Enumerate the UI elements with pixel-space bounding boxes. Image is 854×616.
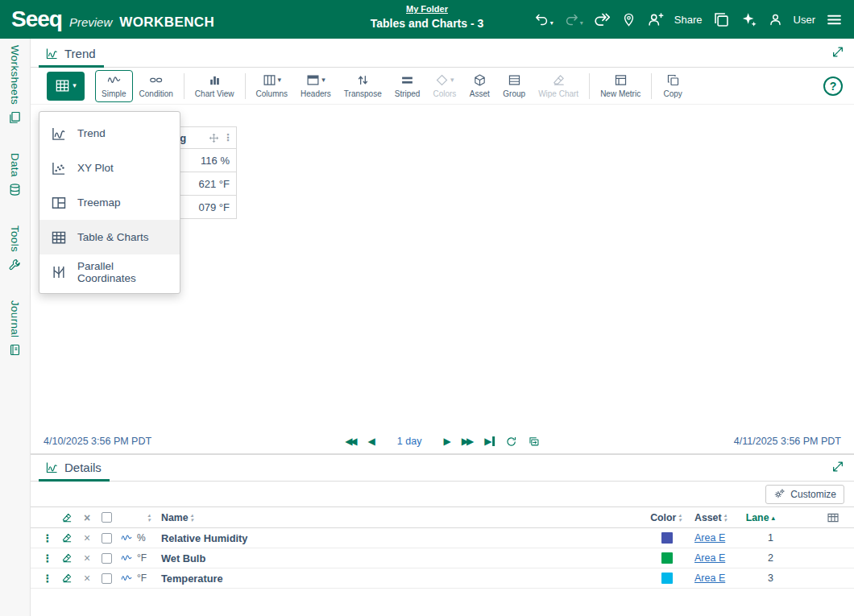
striped-button[interactable]: Striped — [388, 70, 427, 102]
remove-icon[interactable] — [61, 552, 73, 564]
button-label: Chart View — [195, 89, 234, 98]
forward-history-button[interactable] — [594, 11, 611, 28]
worksheets-icon — [8, 110, 22, 124]
column-header-color[interactable]: Color▴▾ — [645, 512, 690, 523]
delete-all-icon[interactable]: × — [77, 511, 97, 524]
color-swatch[interactable] — [661, 532, 673, 544]
step-back-icon[interactable]: ◀ — [368, 436, 375, 446]
user-label[interactable]: User — [794, 14, 815, 26]
range-end-label[interactable]: 4/11/2025 3:56 PM PDT — [734, 436, 841, 447]
view-selector-button[interactable]: ▾ — [47, 72, 85, 101]
asset-link[interactable]: Area E — [690, 573, 725, 584]
row-checkbox[interactable] — [102, 553, 112, 564]
column-header-asset[interactable]: Asset▴▾ — [690, 512, 736, 523]
signal-icon — [120, 532, 133, 544]
row-menu-icon[interactable]: ⋮ — [39, 532, 56, 544]
select-all-checkbox[interactable] — [102, 512, 112, 523]
column-menu-icon[interactable]: ⋮ — [223, 132, 233, 143]
signal-name: Wet Bulb — [161, 552, 645, 564]
duplicate-range-icon[interactable] — [528, 436, 540, 448]
sort-icon[interactable]: ▴▾ — [147, 513, 151, 522]
maximize-trend-button[interactable] — [831, 45, 844, 60]
menu-item-xy-plot[interactable]: XY Plot — [39, 151, 180, 185]
color-swatch[interactable] — [661, 552, 673, 564]
chevron-down-icon[interactable]: ▾ — [580, 19, 583, 27]
headers-button[interactable]: ▾ Headers — [294, 70, 338, 102]
row-checkbox[interactable] — [102, 533, 112, 544]
menu-item-label: Trend — [77, 127, 106, 139]
menu-item-trend[interactable]: Trend — [39, 116, 180, 151]
column-header-lane[interactable]: Lane▴ — [736, 512, 781, 523]
undo-button[interactable]: ▾ — [534, 12, 553, 27]
remove-all-icon[interactable] — [61, 512, 73, 523]
signal-name: Relative Humidity — [161, 532, 645, 544]
move-column-icon[interactable] — [209, 133, 219, 143]
condition-mode-button[interactable]: Condition — [133, 70, 180, 102]
transpose-button[interactable]: Transpose — [338, 70, 388, 102]
row-menu-icon[interactable]: ⋮ — [39, 573, 56, 585]
help-button[interactable]: ? — [823, 76, 843, 96]
remove-icon[interactable] — [61, 532, 73, 544]
range-duration-label[interactable]: 1 day — [397, 436, 422, 447]
column-header-name[interactable]: Name▴▾ — [161, 512, 645, 523]
group-button[interactable]: Group — [496, 70, 532, 102]
delete-icon[interactable]: × — [77, 572, 97, 585]
redo-button[interactable]: ▾ — [564, 12, 583, 27]
refresh-icon[interactable] — [505, 436, 517, 448]
column-settings-icon[interactable] — [827, 511, 839, 524]
sort-icon[interactable]: ▴▾ — [678, 513, 682, 522]
divider — [651, 73, 652, 99]
menu-item-table-charts[interactable]: Table & Charts — [39, 220, 180, 254]
row-checkbox[interactable] — [102, 573, 112, 584]
delete-icon[interactable]: × — [77, 552, 97, 564]
page-back-icon[interactable]: ◀◀ — [345, 436, 357, 446]
menu-item-label: Treemap — [77, 196, 121, 209]
worksheets-overview-button[interactable] — [713, 11, 730, 28]
copy-button[interactable]: Copy — [656, 70, 690, 102]
chevron-down-icon[interactable]: ▾ — [550, 19, 553, 27]
sidebar-item-data[interactable]: Data — [8, 153, 22, 196]
menu-item-label: XY Plot — [77, 162, 114, 174]
page-forward-icon[interactable]: ▶▶ — [462, 436, 474, 446]
sidebar-item-journal[interactable]: Journal — [8, 300, 22, 357]
time-range-bar: 4/10/2025 3:56 PM PDT ◀◀ ◀ 1 day ▶ ▶▶ ▶ … — [31, 429, 854, 453]
sidebar-item-worksheets[interactable]: Worksheets — [8, 45, 22, 124]
skip-to-now-icon[interactable]: ▶ — [484, 436, 495, 446]
delete-icon[interactable]: × — [77, 531, 97, 544]
stripes-icon — [400, 73, 414, 87]
range-start-label[interactable]: 4/10/2025 3:56 PM PDT — [44, 436, 151, 447]
color-swatch[interactable] — [661, 573, 673, 584]
button-label: Group — [503, 89, 525, 98]
sidebar-item-tools[interactable]: Tools — [8, 225, 22, 271]
sort-icon[interactable]: ▴▾ — [191, 513, 194, 522]
remove-icon[interactable] — [61, 573, 73, 584]
ai-assistant-button[interactable] — [740, 11, 757, 28]
simple-mode-button[interactable]: Simple — [95, 70, 133, 102]
hamburger-menu-button[interactable] — [826, 11, 843, 28]
tab-details[interactable]: Details — [39, 457, 110, 482]
view-selector-menu: Trend XY Plot Treemap Table & Charts — [39, 111, 180, 294]
columns-button[interactable]: ▾ Columns — [250, 70, 294, 102]
table-toolbar: ▾ Simple Condition Chart View ▾ — [31, 68, 854, 105]
tab-trend[interactable]: Trend — [39, 43, 104, 68]
row-menu-icon[interactable]: ⋮ — [39, 552, 56, 564]
asset-link[interactable]: Area E — [690, 532, 725, 544]
asset-link[interactable]: Area E — [690, 552, 725, 564]
annotate-location-button[interactable] — [621, 12, 636, 27]
step-forward-icon[interactable]: ▶ — [443, 436, 450, 446]
asset-button[interactable]: Asset — [462, 70, 496, 102]
chart-view-button[interactable]: Chart View — [189, 70, 241, 102]
folder-breadcrumb-link[interactable]: My Folder — [406, 4, 448, 14]
user-menu-button[interactable] — [768, 12, 783, 27]
share-button[interactable] — [647, 11, 664, 28]
menu-item-treemap[interactable]: Treemap — [39, 185, 180, 220]
menu-item-label: Parallel Coordinates — [77, 260, 168, 284]
share-label[interactable]: Share — [674, 14, 703, 26]
maximize-details-button[interactable] — [831, 461, 844, 476]
menu-item-parallel-coordinates[interactable]: Parallel Coordinates — [39, 254, 180, 289]
eraser-icon — [552, 73, 566, 87]
new-metric-button[interactable]: New Metric — [594, 70, 647, 102]
sort-icon[interactable]: ▴▾ — [724, 513, 728, 522]
top-actions: ▾ ▾ Share User — [534, 11, 843, 28]
customize-button[interactable]: Customize — [765, 485, 844, 504]
